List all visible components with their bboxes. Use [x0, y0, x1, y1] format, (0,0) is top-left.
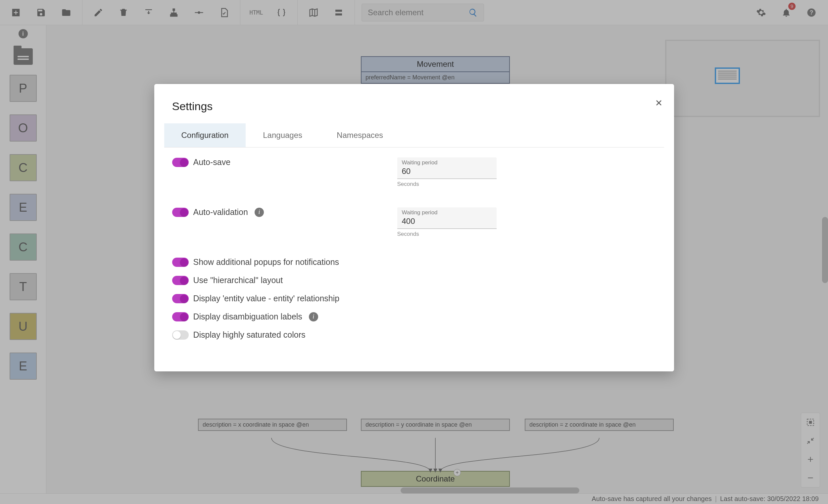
label-entity-relationship: Display 'entity value - entity' relation…: [193, 294, 340, 303]
toggle-layout[interactable]: [172, 276, 189, 285]
label-autovalidation: Auto-validation: [193, 208, 248, 217]
field-label: Waiting period: [402, 209, 492, 216]
field-hint: Seconds: [397, 231, 497, 237]
label-disambiguation: Display disambiguation labels: [193, 312, 302, 321]
tab-configuration[interactable]: Configuration: [164, 123, 246, 147]
close-button[interactable]: [655, 97, 663, 109]
close-icon: [655, 99, 663, 107]
toggle-autovalidation[interactable]: [172, 208, 189, 217]
modal-tabs: Configuration Languages Namespaces: [164, 123, 664, 147]
label-layout: Use "hierarchical" layout: [193, 275, 283, 285]
modal-body: Auto-save Waiting period 60 Seconds Auto…: [154, 147, 674, 352]
info-icon[interactable]: i: [255, 208, 264, 217]
field-value: 60: [402, 167, 492, 176]
modal-overlay[interactable]: Settings Configuration Languages Namespa…: [0, 0, 828, 504]
toggle-entity-relationship[interactable]: [172, 294, 189, 303]
label-popups: Show additional popups for notifications: [193, 257, 339, 267]
toggle-popups[interactable]: [172, 258, 189, 267]
info-icon[interactable]: i: [309, 312, 318, 321]
tab-languages[interactable]: Languages: [246, 123, 320, 147]
field-label: Waiting period: [402, 159, 492, 166]
label-autosave: Auto-save: [193, 157, 231, 167]
settings-modal: Settings Configuration Languages Namespa…: [154, 84, 674, 371]
modal-title: Settings: [154, 84, 674, 113]
toggle-autosave[interactable]: [172, 158, 189, 167]
toggle-disambiguation[interactable]: [172, 312, 189, 321]
label-saturated-colors: Display highly saturated colors: [193, 330, 305, 340]
field-value: 400: [402, 217, 492, 226]
field-autosave-wait[interactable]: Waiting period 60: [397, 157, 497, 179]
toggle-saturated-colors[interactable]: [172, 330, 189, 340]
field-hint: Seconds: [397, 181, 497, 187]
field-autovalidation-wait[interactable]: Waiting period 400: [397, 208, 497, 229]
tab-namespaces[interactable]: Namespaces: [320, 123, 400, 147]
